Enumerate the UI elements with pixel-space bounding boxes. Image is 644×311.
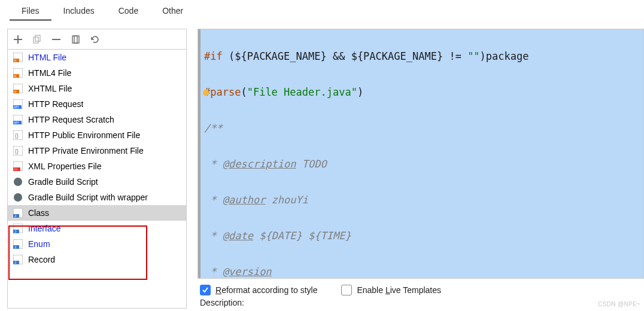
tab-files[interactable]: Files: [10, 2, 51, 21]
svg-text:<>: <>: [14, 167, 17, 171]
svg-rect-3: [72, 36, 77, 43]
list-item-label: XHTML File: [28, 84, 72, 93]
java-icon: J: [13, 208, 23, 218]
code-token: ): [357, 86, 363, 98]
list-toolbar: [8, 29, 186, 50]
add-icon[interactable]: [13, 34, 23, 45]
list-item[interactable]: Gradle Build Script: [8, 174, 186, 190]
list-item-label: XML Properties File: [28, 161, 101, 171]
java-icon: J: [13, 223, 23, 234]
list-item-label: HTML File: [28, 53, 66, 62]
list-item-label: Class: [28, 208, 49, 218]
svg-text:J: J: [14, 261, 16, 264]
html-icon: H: [13, 83, 23, 94]
code-token: *: [204, 266, 223, 278]
svg-rect-2: [52, 39, 60, 40]
code-token: TODO: [296, 158, 327, 170]
java-icon: J: [13, 254, 23, 265]
list-item-label: HTTP Public Environment File: [28, 130, 140, 140]
json-icon: {}: [13, 145, 23, 156]
code-token: @date: [223, 230, 253, 242]
code-token: @description: [223, 158, 296, 170]
html-icon: H: [13, 68, 23, 78]
list-item-label: Enum: [28, 239, 50, 249]
svg-rect-4: [74, 36, 79, 43]
svg-rect-1: [35, 35, 40, 41]
svg-point-27: [14, 178, 22, 186]
code-token: zhouYi: [265, 194, 308, 206]
code-token: "File Header.java": [247, 86, 357, 98]
svg-text:{}: {}: [15, 148, 19, 154]
list-item[interactable]: HXHTML File: [8, 81, 186, 96]
list-item-label: HTTP Request Scratch: [28, 115, 114, 124]
svg-text:H: H: [14, 74, 16, 78]
code-token: *: [204, 230, 223, 242]
xml-icon: <>: [13, 161, 23, 172]
reformat-checkbox[interactable]: Reformat according to style: [200, 285, 317, 295]
list-item-label: Gradle Build Script: [28, 177, 98, 187]
list-item-interface[interactable]: JInterface: [8, 221, 186, 236]
code-token: *: [204, 194, 223, 206]
checkbox-checked-icon[interactable]: [200, 285, 211, 295]
remove-icon[interactable]: [51, 34, 62, 45]
list-item-enum[interactable]: JEnum: [8, 236, 186, 252]
list-item[interactable]: {}HTTP Public Environment File: [8, 127, 186, 143]
description-label: Description:: [198, 297, 644, 309]
tab-code[interactable]: Code: [107, 2, 150, 21]
java-icon: J: [13, 239, 23, 249]
svg-text:J: J: [14, 230, 16, 233]
template-list[interactable]: HHTML File HHTML4 File HXHTML File APIHT…: [8, 50, 186, 308]
code-token: *: [204, 158, 223, 170]
code-token: /**: [204, 122, 223, 134]
options-row: Reformat according to style Enable Live …: [198, 279, 644, 297]
code-token: #if: [204, 50, 223, 62]
list-item-class[interactable]: JClass: [8, 205, 186, 221]
list-item-record[interactable]: JRecord: [8, 252, 186, 267]
list-item-label: HTTP Private Environment File: [28, 146, 144, 156]
list-item[interactable]: APIHTTP Request Scratch: [8, 112, 186, 127]
warning-dot-icon: [203, 90, 209, 96]
live-templates-checkbox[interactable]: Enable Live Templates: [341, 285, 441, 295]
undo-icon[interactable]: [89, 34, 100, 45]
list-item[interactable]: HHTML File: [8, 50, 186, 65]
html-icon: H: [13, 52, 23, 63]
code-token: @version: [223, 266, 272, 278]
svg-text:H: H: [14, 90, 16, 93]
gradle-icon: [13, 176, 23, 187]
live-templates-label: Enable Live Templates: [357, 285, 441, 295]
svg-text:{}: {}: [15, 133, 19, 139]
code-token: )package: [480, 50, 529, 62]
reformat-label: Reformat according to style: [215, 285, 317, 295]
list-item-label: Gradle Build Script with wrapper: [28, 193, 148, 202]
code-token: (: [241, 86, 247, 98]
tab-includes[interactable]: Includes: [51, 2, 107, 21]
code-token: @author: [223, 194, 266, 206]
watermark: CSDN @NPE~: [598, 301, 640, 307]
list-item-label: Interface: [28, 224, 60, 233]
svg-text:H: H: [14, 59, 16, 62]
checkbox-unchecked-icon[interactable]: [341, 285, 352, 295]
code-token: ${DATE} ${TIME}: [253, 230, 351, 242]
list-item[interactable]: HHTML4 File: [8, 65, 186, 81]
list-item[interactable]: Gradle Build Script with wrapper: [8, 190, 186, 205]
svg-point-28: [14, 193, 22, 202]
list-item[interactable]: <>XML Properties File: [8, 158, 186, 174]
template-list-panel: HHTML File HHTML4 File HXHTML File APIHT…: [7, 29, 187, 309]
code-token: (${PACKAGE_NAME} && ${PACKAGE_NAME} !=: [223, 50, 467, 62]
copy-template-icon: [32, 34, 42, 45]
list-item[interactable]: APIHTTP Request: [8, 96, 186, 112]
paste-icon[interactable]: [70, 34, 81, 45]
gradle-icon: [13, 192, 23, 203]
list-item[interactable]: {}HTTP Private Environment File: [8, 143, 186, 158]
json-icon: {}: [13, 130, 23, 141]
tab-other[interactable]: Other: [150, 2, 195, 21]
svg-rect-0: [34, 37, 38, 43]
code-token: #parse: [204, 86, 241, 98]
template-editor[interactable]: #if (${PACKAGE_NAME} && ${PACKAGE_NAME} …: [198, 29, 644, 279]
list-item-label: HTTP Request: [28, 99, 83, 109]
api-icon: API: [13, 114, 23, 125]
svg-text:J: J: [14, 245, 16, 249]
svg-text:API: API: [14, 121, 19, 124]
list-item-label: Record: [28, 255, 55, 264]
tab-bar: Files Includes Code Other: [0, 0, 644, 22]
